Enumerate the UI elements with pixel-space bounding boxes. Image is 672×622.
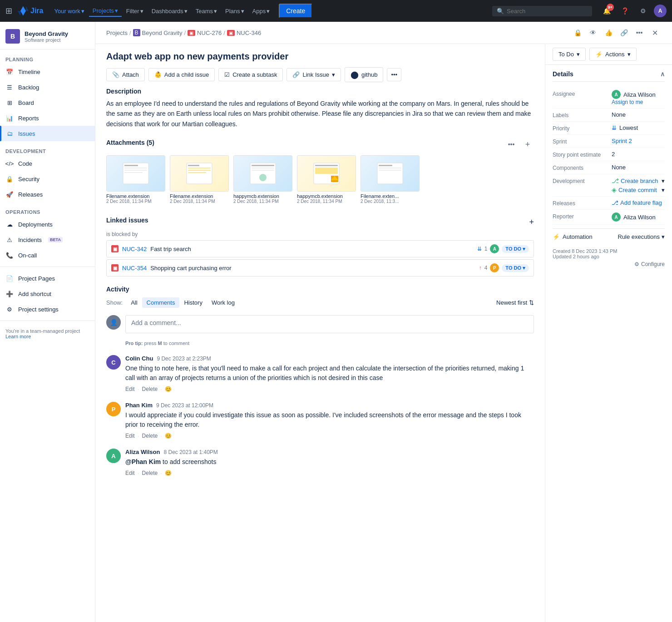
issue-key[interactable]: NUC-354 bbox=[122, 265, 147, 272]
edit-comment-button[interactable]: Edit bbox=[125, 433, 135, 439]
status-button[interactable]: To Do ▾ bbox=[553, 48, 586, 61]
tab-all[interactable]: All bbox=[126, 297, 142, 308]
content-split: Adapt web app no new payments provider 📎… bbox=[95, 44, 672, 622]
logo[interactable]: Jira bbox=[18, 5, 43, 16]
priority-high-icon: ↑ bbox=[479, 265, 482, 271]
attachments-add-button[interactable]: + bbox=[521, 138, 534, 151]
sidebar-item-backlog[interactable]: ☰ Backlog bbox=[0, 79, 95, 95]
breadcrumb-projects[interactable]: Projects bbox=[106, 30, 128, 36]
delete-comment-button[interactable]: Delete bbox=[142, 386, 158, 392]
sidebar-item-security[interactable]: 🔒 Security bbox=[0, 171, 95, 187]
shortcut-icon: ➕ bbox=[5, 290, 14, 298]
attach-button[interactable]: 📎 Attach bbox=[106, 68, 145, 81]
sidebar-item-add-shortcut[interactable]: ➕ Add shortcut bbox=[0, 286, 95, 301]
lock-icon-button[interactable]: 🔒 bbox=[571, 26, 584, 39]
react-comment-button[interactable]: 😊 bbox=[165, 470, 172, 476]
sort-button[interactable]: Newest first ⇅ bbox=[496, 299, 534, 306]
search-bar[interactable]: 🔍 bbox=[492, 6, 592, 16]
deployments-icon: ☁ bbox=[5, 220, 14, 228]
comment-avatar: P bbox=[106, 402, 121, 416]
github-button[interactable]: ⬤ github bbox=[345, 67, 383, 82]
react-comment-button[interactable]: 😊 bbox=[165, 386, 172, 392]
attachments-more-button[interactable]: ••• bbox=[505, 138, 518, 151]
create-button[interactable]: Create bbox=[279, 4, 312, 18]
sidebar-item-releases[interactable]: 🚀 Releases bbox=[0, 187, 95, 202]
sidebar-item-board[interactable]: ⊞ Board bbox=[0, 95, 95, 110]
gear-icon: ⚙ bbox=[634, 261, 639, 267]
learn-more-link[interactable]: Learn more bbox=[5, 334, 31, 339]
nav-apps[interactable]: Apps ▾ bbox=[249, 6, 274, 16]
tab-work-log[interactable]: Work log bbox=[207, 297, 239, 308]
sidebar-item-issues[interactable]: 🗂 Issues bbox=[0, 126, 95, 141]
collapse-details-button[interactable]: ∧ bbox=[660, 70, 665, 78]
nav-plans[interactable]: Plans ▾ bbox=[222, 6, 248, 16]
react-comment-button[interactable]: 😊 bbox=[165, 433, 172, 439]
chevron-down-icon: ▾ bbox=[577, 51, 580, 58]
sprint-link[interactable]: Sprint 2 bbox=[612, 138, 665, 144]
sidebar-item-timeline[interactable]: 📅 Timeline bbox=[0, 64, 95, 79]
activity-section: Activity Show: All Comments History Work… bbox=[106, 286, 534, 477]
breadcrumb-nuc-276[interactable]: ▣ NUC-276 bbox=[188, 30, 222, 36]
help-button[interactable]: ❓ bbox=[618, 4, 632, 18]
tab-comments[interactable]: Comments bbox=[142, 297, 180, 308]
create-commit-link[interactable]: Create commit bbox=[618, 187, 660, 193]
sidebar-item-project-settings[interactable]: ⚙ Project settings bbox=[0, 301, 95, 317]
breadcrumb-nuc-346[interactable]: ▣ NUC-346 bbox=[227, 30, 261, 36]
assign-to-me-link[interactable]: Assign to me bbox=[612, 99, 665, 105]
reports-icon: 📊 bbox=[5, 114, 14, 122]
settings-button[interactable]: ⚙ bbox=[636, 4, 650, 18]
link-issue-button[interactable]: 🔗 Link Issue ▾ bbox=[287, 68, 341, 81]
detail-row-priority: Priority ⇊ Lowest bbox=[553, 122, 665, 135]
comment-input[interactable]: Add a comment... bbox=[125, 315, 534, 333]
search-input[interactable] bbox=[507, 8, 588, 15]
beyond-gravity-icon: B bbox=[133, 29, 140, 36]
nav-your-work[interactable]: Your work ▾ bbox=[50, 6, 88, 16]
delete-comment-button[interactable]: Delete bbox=[142, 470, 158, 476]
branch-icon: ⎇ bbox=[612, 177, 619, 184]
thumbsup-icon-button[interactable]: 👍 bbox=[602, 26, 615, 39]
user-avatar[interactable]: A bbox=[654, 5, 667, 17]
add-linked-issue-button[interactable]: + bbox=[529, 217, 534, 227]
detail-value: ⇊ Lowest bbox=[612, 124, 665, 131]
more-toolbar-button[interactable]: ••• bbox=[387, 68, 401, 81]
edit-comment-button[interactable]: Edit bbox=[125, 386, 135, 392]
sidebar-item-project-pages[interactable]: 📄 Project Pages bbox=[0, 271, 95, 286]
delete-comment-button[interactable]: Delete bbox=[142, 433, 158, 439]
actions-button[interactable]: ⚡ Actions ▾ bbox=[589, 48, 637, 61]
project-settings-icon: ⚙ bbox=[5, 305, 14, 313]
grid-icon[interactable]: ⊞ bbox=[5, 6, 12, 16]
breadcrumb-beyond-gravity[interactable]: B Beyond Gravity bbox=[133, 29, 183, 36]
detail-label: Labels bbox=[553, 111, 612, 118]
sidebar-item-code[interactable]: </> Code bbox=[0, 156, 95, 171]
tab-history[interactable]: History bbox=[179, 297, 207, 308]
sidebar-item-reports[interactable]: 📊 Reports bbox=[0, 110, 95, 126]
automation-right[interactable]: Rule executions ▾ bbox=[618, 233, 665, 240]
notifications-button[interactable]: 🔔 9+ bbox=[599, 4, 614, 18]
more-icon-button[interactable]: ••• bbox=[633, 26, 646, 39]
nav-filter[interactable]: Filter ▾ bbox=[123, 6, 147, 16]
add-feature-flag-link[interactable]: ⎇ Add feature flag bbox=[612, 199, 665, 206]
list-item: happymcb.extension 2 Dec 2018, 11:34 PM bbox=[233, 155, 292, 204]
detail-label: Development bbox=[553, 177, 612, 184]
nav-projects[interactable]: Projects ▾ bbox=[89, 5, 122, 17]
add-child-issue-button[interactable]: 👶 Add a child issue bbox=[148, 68, 215, 81]
app-layout: B Beyond Gravity Software project PLANNI… bbox=[0, 22, 672, 622]
attachment-date: 2 Dec 2018, 11:34 PM bbox=[297, 199, 356, 204]
status-badge[interactable]: TO DO ▾ bbox=[502, 264, 529, 272]
create-branch-link[interactable]: Create branch bbox=[621, 178, 660, 184]
status-badge[interactable]: TO DO ▾ bbox=[502, 245, 529, 253]
issue-key[interactable]: NUC-342 bbox=[122, 246, 147, 252]
share-icon-button[interactable]: 🔗 bbox=[618, 26, 630, 39]
create-subtask-button[interactable]: ☑ Create a subtask bbox=[218, 68, 283, 81]
sidebar-item-deployments[interactable]: ☁ Deployments bbox=[0, 217, 95, 232]
configure-button[interactable]: ⚙ Configure bbox=[634, 261, 665, 267]
edit-comment-button[interactable]: Edit bbox=[125, 470, 135, 476]
sidebar-item-incidents[interactable]: ⚠ Incidents BETA bbox=[0, 232, 95, 247]
watch-icon-button[interactable]: 👁 bbox=[587, 26, 599, 39]
close-icon-button[interactable]: ✕ bbox=[648, 26, 661, 39]
nav-dashboards[interactable]: Dashboards ▾ bbox=[148, 6, 191, 16]
nav-teams[interactable]: Teams ▾ bbox=[192, 6, 221, 16]
description-text: As an employee I'd need to understand th… bbox=[106, 99, 534, 129]
sidebar-item-on-call[interactable]: 📞 On-call bbox=[0, 247, 95, 263]
nuc346-icon: ▣ bbox=[227, 30, 235, 36]
